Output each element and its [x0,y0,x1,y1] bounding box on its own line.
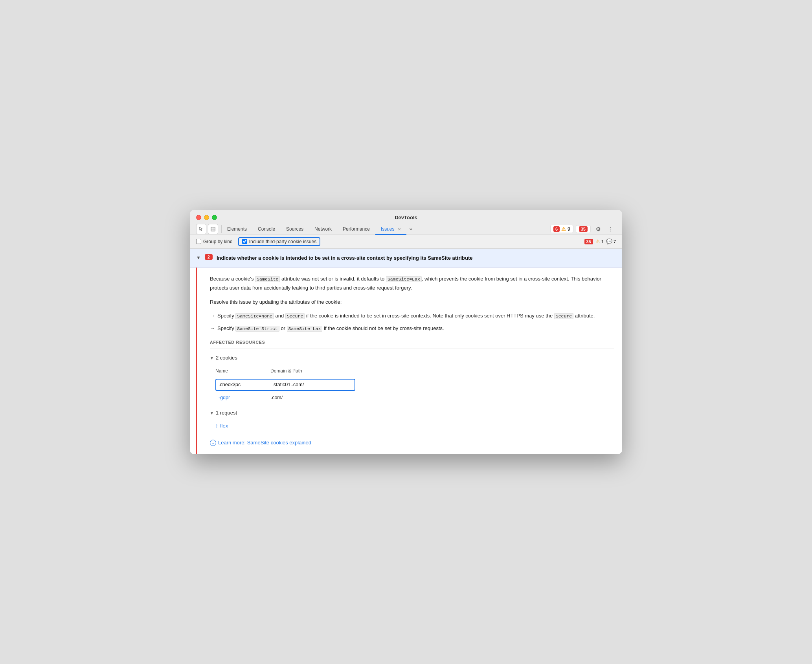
bullet-1: → Specify SameSite=None and Secure if th… [210,312,614,320]
learn-more-text: Learn more: SameSite cookies explained [218,438,311,447]
requests-section: ▼ 1 request ↕ flex [210,407,614,433]
learn-more-link[interactable]: → Learn more: SameSite cookies explained [210,438,614,447]
description-para-1: Because a cookie's SameSite attribute wa… [210,275,614,292]
cookies-section: ▼ 2 cookies Name Domain & Path .check3pc… [210,352,614,403]
tab-elements[interactable]: Elements [222,224,252,235]
subbar-error-count: 35 [584,239,593,244]
error-count-badge: 6 [553,226,560,232]
tab-console[interactable]: Console [252,224,281,235]
bullet-2: → Specify SameSite=Strict or SameSite=La… [210,325,614,333]
warning-count: 9 [568,226,570,232]
tab-sources[interactable]: Sources [281,224,309,235]
bullet-2-arrow: → [210,325,215,333]
tab-issues[interactable]: Issues ✕ [375,224,406,235]
cookie-row-1: .check3pc static01..com/ [215,377,614,393]
code-samesite-none: SameSite=None [235,313,274,319]
subbar: Group by kind Include third-party cookie… [190,235,622,249]
learn-more-icon: → [210,440,216,446]
subbar-error-badge: 35 [584,239,593,244]
subbar-message-count: 7 [614,239,616,244]
expand-arrow[interactable]: ▼ [196,255,201,260]
issue-count-badge: 2 [205,254,213,260]
subbar-warning-count: 1 [601,239,604,244]
request-icon: ↕ [215,421,218,431]
issue-title: Indicate whether a cookie is intended to… [217,254,473,262]
tab-issues-close[interactable]: ✕ [398,227,401,231]
third-party-checkbox[interactable] [242,239,247,244]
titlebar-top: DevTools [196,215,616,220]
cookie-2-name: -gdpr [219,395,230,400]
devtools-window: DevTools Elements [190,210,622,454]
code-secure-2: Secure [554,313,573,319]
cookie-2-link[interactable]: -gdpr [219,395,231,400]
code-samesite-lax-2: SameSite=Lax [287,326,323,332]
third-party-cookie-group: Include third-party cookie issues [238,237,320,246]
cookies-collapse-header[interactable]: ▼ 2 cookies [210,352,614,364]
toolbar-right: 6 ⚠ 9 35 ⚙ ⋮ [550,224,616,234]
minimize-button[interactable] [204,215,209,220]
cookie-row-2: -gdpr .com/ [215,393,614,403]
maximize-button[interactable] [212,215,217,220]
requests-collapse-arrow: ▼ [210,410,214,416]
col-domain-header: Domain & Path [270,367,349,375]
toolbar: Elements Console Sources Network Perform… [196,224,616,235]
affected-resources-label: AFFECTED RESOURCES [210,339,614,349]
cookie-1-domain: static01..com/ [274,381,352,389]
group-by-kind-checkbox[interactable] [196,239,201,244]
requests-count: 1 request [216,409,237,417]
toolbar-icons [196,224,218,234]
subbar-message-icon: 💬 [606,238,612,244]
request-item: ↕ flex [210,419,614,433]
code-secure: Secure [285,313,305,319]
code-samesite-lax: SameSite=Lax [386,276,422,282]
description-para-2: Resolve this issue by updating the attri… [210,298,614,306]
request-link[interactable]: ↕ flex [215,420,614,431]
bullet-2-text: Specify SameSite=Strict or SameSite=Lax … [217,325,444,333]
cookies-table: Name Domain & Path .check3pc static01..c… [215,366,614,403]
third-party-label: Include third-party cookie issues [249,239,316,244]
issue-body: Because a cookie's SameSite attribute wa… [196,268,622,454]
cookies-table-header: Name Domain & Path [215,366,614,377]
inspect-icon[interactable] [208,224,218,234]
bullet-1-text: Specify SameSite=None and Secure if the … [217,312,595,320]
cookie-1-name: .check3pc [219,381,274,389]
tab-network[interactable]: Network [309,224,337,235]
subbar-warning-badge: ⚠ 1 [595,238,604,244]
group-by-kind-checkbox-group: Group by kind [196,239,233,244]
subbar-warning-icon: ⚠ [595,238,600,244]
requests-collapse-header[interactable]: ▼ 1 request [210,407,614,419]
group-by-kind-label: Group by kind [203,239,233,244]
request-name: flex [220,422,228,430]
subbar-message-badge: 💬 7 [606,238,616,244]
issue-header: ▼ 2 Indicate whether a cookie is intende… [190,249,622,268]
settings-button[interactable]: ⚙ [593,224,603,234]
titlebar: DevTools Elements [190,210,622,235]
code-samesite: SameSite [255,276,280,282]
col-name-header: Name [215,367,270,375]
tab-more[interactable]: » [406,225,415,233]
cookies-collapse-arrow: ▼ [210,355,214,361]
cookie-1-highlighted[interactable]: .check3pc static01..com/ [215,379,355,391]
window-title: DevTools [395,215,417,220]
warning-count-badge: ⚠ [561,226,566,232]
code-samesite-strict: SameSite=Strict [235,326,279,332]
content-area: ▼ 2 Indicate whether a cookie is intende… [190,249,622,454]
tab-performance[interactable]: Performance [337,224,375,235]
cookies-count: 2 cookies [216,354,237,362]
cursor-icon[interactable] [196,224,206,234]
error-warning-badge[interactable]: 6 ⚠ 9 [550,225,573,233]
cookie-2-domain: .com/ [271,395,283,400]
bullet-1-arrow: → [210,312,215,320]
issues-count-badge[interactable]: 35 [576,225,591,233]
more-options-button[interactable]: ⋮ [606,224,616,234]
issues-error-badge: 35 [579,226,588,232]
close-button[interactable] [196,215,201,220]
subbar-badges: 35 ⚠ 1 💬 7 [584,238,616,244]
traffic-lights [196,215,217,220]
